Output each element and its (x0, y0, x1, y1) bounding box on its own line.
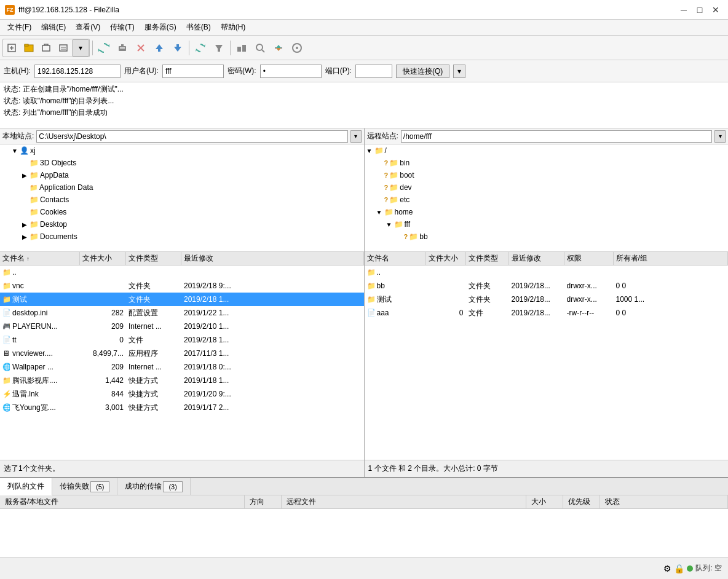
expand-xj[interactable]: ▼ (10, 148, 20, 154)
col-type-remote[interactable]: 文件类型 (466, 252, 509, 265)
tb-download[interactable] (169, 39, 186, 57)
file-row-feiyoung[interactable]: 🌐 飞Young宽.... 3,001 快捷方式 2019/1/17 2... (0, 401, 364, 414)
tb-search[interactable] (251, 39, 269, 57)
expand-desktop[interactable]: ▶ (20, 221, 30, 228)
transfer-col-priority: 优先级 (563, 495, 600, 508)
tb-show-logmsg[interactable] (55, 39, 72, 57)
tab-queued-files[interactable]: 列队的文件 (0, 478, 52, 495)
tb-new-tab[interactable] (3, 39, 20, 57)
quick-connect-dropdown[interactable]: ▾ (453, 65, 465, 78)
transfer-tabs: 列队的文件 传输失败 (5) 成功的传输 (3) (0, 478, 728, 495)
file-row-vncviewer[interactable]: 🖥 vncviewer.... 8,499,7... 应用程序 2017/11/… (0, 347, 364, 360)
tree-item-documents[interactable]: ▶ 📁 Documents (0, 230, 364, 243)
expand-root[interactable]: ▼ (365, 148, 374, 154)
local-file-body[interactable]: 📁 .. 📁 vnc 文件夹 2019/2/18 9:... 📁 (0, 266, 364, 460)
parent-folder-icon-local: 📁 (2, 268, 10, 277)
folder-icon-bb: 📁 (367, 282, 374, 290)
file-icon-wallpaper: 🌐 (2, 363, 10, 371)
tab-successful-transfers[interactable]: 成功的传输 (3) (117, 478, 190, 495)
file-row-vnc[interactable]: 📁 vnc 文件夹 2019/2/18 9:... (0, 279, 364, 293)
col-filename-local[interactable]: 文件名 ↑ (0, 252, 80, 265)
tb-show-remote[interactable] (38, 39, 55, 57)
file-row-desktopini[interactable]: 📄 desktop.ini 282 配置设置 2019/1/22 1... (0, 306, 364, 320)
menu-file[interactable]: 文件(F) (2, 21, 36, 34)
tb-cancel-all[interactable] (132, 39, 149, 57)
col-size-remote[interactable]: 文件大小 (426, 252, 466, 265)
remote-file-body[interactable]: 📁 .. 📁 bb 文件夹 2019/2/18... drwxr-x... (365, 266, 729, 460)
expand-appdata[interactable]: ▶ (20, 172, 30, 179)
file-row-playerun[interactable]: 🎮 PLAYERUN... 209 Internet ... 2019/2/10… (0, 320, 364, 333)
col-owner-remote[interactable]: 所有者/组 (614, 252, 729, 265)
remote-location-dropdown[interactable]: ▾ (714, 130, 726, 143)
window-controls: ─ □ ✕ (676, 4, 723, 16)
tree-item-dev[interactable]: ? 📁 dev (365, 181, 729, 194)
local-location-dropdown[interactable]: ▾ (350, 130, 362, 143)
col-type-local[interactable]: 文件类型 (126, 252, 181, 265)
file-row-thunder[interactable]: ⚡ 迅雷.lnk 844 快捷方式 2019/1/20 9:... (0, 387, 364, 401)
file-row-tencent[interactable]: 📁 腾讯影视库.... 1,442 快捷方式 2019/1/18 1... (0, 374, 364, 387)
menu-help[interactable]: 帮助(H) (216, 21, 251, 34)
expand-documents[interactable]: ▶ (20, 234, 30, 240)
tb-show-local[interactable] (20, 39, 38, 57)
file-row-parent-local[interactable]: 📁 .. (0, 266, 364, 279)
tree-item-cookies[interactable]: 📁 Cookies (0, 206, 364, 218)
tb-upload[interactable] (151, 39, 168, 57)
local-tree[interactable]: ▼ 👤 xj 📁 3D Objects ▶ 📁 AppData (0, 144, 364, 252)
remote-location-input[interactable] (401, 130, 712, 143)
tree-item-bb-remote[interactable]: ? 📁 bb (365, 230, 729, 243)
menu-view[interactable]: 查看(V) (71, 21, 105, 34)
menu-server[interactable]: 服务器(S) (140, 21, 181, 34)
maximize-button[interactable]: □ (692, 4, 707, 16)
svg-marker-9 (108, 44, 109, 47)
tb-reconnect[interactable] (95, 39, 113, 57)
tb-toggle-sync[interactable] (233, 39, 250, 57)
tree-item-appdata2[interactable]: 📁 Application Data (0, 181, 364, 194)
col-size-local[interactable]: 文件大小 (80, 252, 126, 265)
menu-bookmarks[interactable]: 书签(B) (181, 21, 216, 34)
tree-item-contacts[interactable]: 📁 Contacts (0, 194, 364, 206)
file-row-aaa[interactable]: 📄 aaa 0 文件 2019/2/18... -rw-r--r-- 0 0 (365, 306, 729, 320)
tb-cancel[interactable] (114, 39, 131, 57)
port-input[interactable] (355, 65, 392, 78)
file-row-tt[interactable]: 📄 tt 0 文件 2019/2/18 1... (0, 333, 364, 347)
file-row-wallpaper[interactable]: 🌐 Wallpaper ... 209 Internet ... 2019/1/… (0, 360, 364, 374)
toolbar-dropdown1[interactable]: ▾ (72, 39, 89, 57)
col-filename-remote[interactable]: 文件名 (365, 252, 426, 265)
tree-item-root[interactable]: ▼ 📁 / (365, 144, 729, 157)
file-row-test[interactable]: 📁 测试 文件夹 2019/2/18 1... (0, 293, 364, 306)
close-button[interactable]: ✕ (708, 4, 723, 16)
tb-filter[interactable] (210, 39, 228, 57)
tab-failed-transfers[interactable]: 传输失败 (5) (52, 478, 117, 495)
remote-tree[interactable]: ▼ 📁 / ? 📁 bin ? 📁 boot ? (365, 144, 729, 252)
tree-item-boot[interactable]: ? 📁 boot (365, 169, 729, 181)
tree-item-home[interactable]: ▼ 📁 home (365, 206, 729, 218)
tree-item-etc[interactable]: ? 📁 etc (365, 194, 729, 206)
tree-item-3dobjects[interactable]: 📁 3D Objects (0, 157, 364, 169)
file-row-bb[interactable]: 📁 bb 文件夹 2019/2/18... drwxr-x... 0 0 (365, 279, 729, 293)
tree-item-fff[interactable]: ▼ 📁 fff (365, 218, 729, 230)
local-location-input[interactable] (36, 130, 347, 143)
tree-item-xj[interactable]: ▼ 👤 xj (0, 144, 364, 157)
col-perm-remote[interactable]: 权限 (564, 252, 614, 265)
expand-fff[interactable]: ▼ (384, 221, 394, 228)
password-input[interactable] (260, 65, 322, 78)
menu-transfer[interactable]: 传输(T) (105, 21, 139, 34)
expand-home[interactable]: ▼ (374, 209, 384, 216)
col-modified-local[interactable]: 最近修改 (181, 252, 364, 265)
tb-refresh[interactable] (192, 39, 209, 57)
tb-bookmark[interactable] (288, 39, 306, 57)
tree-item-bin[interactable]: ? 📁 bin (365, 157, 729, 169)
tree-item-desktop[interactable]: ▶ 📁 Desktop (0, 218, 364, 230)
tree-item-appdata[interactable]: ▶ 📁 AppData (0, 169, 364, 181)
minimize-button[interactable]: ─ (676, 4, 691, 16)
username-input[interactable] (162, 65, 224, 78)
quick-connect-button[interactable]: 快速连接(Q) (396, 65, 449, 78)
file-row-parent-remote[interactable]: 📁 .. (365, 266, 729, 279)
file-row-test-remote[interactable]: 📁 测试 文件夹 2019/2/18... drwxr-x... 1000 1.… (365, 293, 729, 306)
tray-icon-lock: 🔒 (674, 564, 684, 573)
tb-compare[interactable] (270, 39, 287, 57)
transfer-col-server: 服务器/本地文件 (0, 495, 245, 508)
col-modified-remote[interactable]: 最近修改 (509, 252, 564, 265)
host-input[interactable] (34, 65, 121, 78)
menu-edit[interactable]: 编辑(E) (36, 21, 71, 34)
